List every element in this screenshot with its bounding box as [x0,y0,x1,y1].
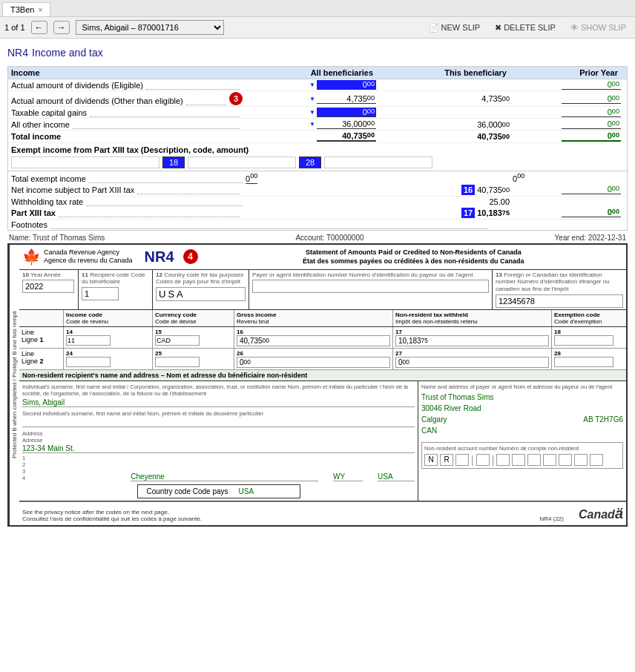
withholding-row: Withholding tax rate 25.00 [8,197,627,207]
show-slip-icon: 👁 [570,23,579,32]
new-slip-button[interactable]: 📄 NEW SLIP [424,22,485,34]
field14-input[interactable] [66,335,111,346]
country-code-value: USA [238,487,254,495]
tax-id-input[interactable] [496,294,623,308]
withholding-rate: 25.00 [379,197,513,206]
info-year-end: Year end: 2022-12-31 [555,234,626,242]
form-footer: See the privacy notice after the codes o… [19,501,626,525]
total-exempt-all: 000 [246,172,379,183]
recipient-code-input[interactable] [82,287,119,300]
total-exempt-row: Total exempt income 000 000 [8,171,627,184]
country-line-input[interactable] [378,472,415,481]
all-val[interactable]: ▼ 000 [246,80,379,90]
beneficiary-select[interactable]: Sims, Abigail – 870001716 [76,20,224,35]
nav-back-button[interactable]: ← [31,21,47,34]
show-slip-button[interactable]: 👁 SHOW SLIP [566,22,631,33]
field-payer-id: Payer or agent identification number Num… [249,270,493,309]
nav-info: 1 of 1 [4,23,25,32]
info-account: Account: T00000000 [295,234,363,242]
all-val[interactable]: ▼ 000 [246,108,379,117]
exempt-code1: 18 [162,157,185,168]
part13-this[interactable]: 17 10,18375 [379,208,513,218]
toolbar: 1 of 1 ← → Sims, Abigail – 870001716 📄 N… [0,17,635,39]
prior-val[interactable]: 000 [513,80,624,90]
footer-text-fr: Consultez l'avis de confidentialité qui … [22,515,202,522]
state-input[interactable] [333,472,363,481]
net-income-label: Net income subject to Part XIII tax [11,185,246,194]
this-val[interactable]: 36,00000 [379,120,513,129]
withholding-label: Withholding tax rate [11,197,246,206]
prior-val[interactable]: 000 [513,94,624,104]
field18-input[interactable] [554,335,613,346]
info-name: Name: Trust of Thomas Sims [9,234,105,242]
country-code-box: Country code Code pays USA [137,484,300,498]
second-individual-input[interactable] [22,418,415,427]
nr-box-2 [476,454,490,466]
table-row: Actual amount of dividends (Other than e… [8,91,627,107]
nr4-form: Protected B when completed / Protégé B u… [7,243,628,527]
prior-val[interactable]: 000 [513,119,624,129]
nr-box-1 [455,454,469,466]
field-16: 16 40,73500 [234,327,393,348]
table-row: All other income ▼ 36,00000 36,00000 000 [8,119,627,131]
all-val[interactable]: ▼ 4,73500 [246,94,379,104]
nr-box-8 [574,454,588,466]
exempt-description-input[interactable] [11,157,159,168]
year-input[interactable] [22,280,74,293]
tab-close-icon[interactable]: × [38,6,42,14]
field-14: 14 [64,327,153,348]
all-val[interactable]: ▼ 36,00000 [246,119,379,129]
prior-val[interactable]: 000 [513,108,624,117]
nav-forward-button[interactable]: → [53,21,70,34]
total-income-label: Total income [11,132,246,141]
footnotes-label: Footnotes [11,220,490,229]
row-label: Taxable capital gains [11,108,246,117]
field15-input[interactable] [155,335,200,346]
field24-input[interactable] [66,357,111,367]
field-26: 26 000 [234,349,393,369]
tab-bar: T3Ben × [0,0,635,17]
field-18: 18 [552,327,626,348]
city-input[interactable] [131,472,318,481]
field28-input[interactable] [554,357,613,367]
payer-id-input[interactable] [252,280,489,293]
field-25: 25 [153,349,234,369]
footer-form-label: NR4 (22) [540,515,564,522]
individual-name-input[interactable] [22,398,415,407]
field25-input[interactable] [155,357,200,367]
nr-separator: | [471,454,474,466]
nr-box-7 [559,454,572,466]
payer-address-display: Trust of Thomas Sims 30046 River Road Ca… [421,392,623,436]
form-header: 🍁 Canada Revenue Agency Agence du revenu… [19,245,626,270]
second-individual-label: Second individual's surname, first name … [22,410,415,417]
country-code-display[interactable]: USA [156,287,246,301]
exempt-amount1-input[interactable] [188,157,296,168]
nr-box-3 [496,454,510,466]
exempt-title: Exempt income from Part XIII tax (Descri… [11,145,624,154]
total-exempt-label: Total exempt income [11,172,246,183]
form-nr4-badge: NR4 [145,248,174,266]
tri-icon: ▼ [309,121,315,128]
tab-t3ben[interactable]: T3Ben × [2,2,50,16]
col-header-income: Income [11,68,246,77]
part13-label: Part XIII tax [11,208,246,217]
part13-row: Part XIII tax 17 10,18375 000 [8,207,627,220]
line-headers: Income code Code de revenu Currency code… [19,310,626,327]
payer-name-label: Name and address of payer or agent Nom e… [421,383,623,390]
this-val[interactable]: 4,73500 [379,94,513,103]
col-header-all: All beneficiaries [246,68,379,77]
income-table-header: Income All beneficiaries This beneficiar… [8,67,627,79]
footnotes-row: Footnotes [8,220,627,230]
cra-logo: 🍁 Canada Revenue Agency Agence du revenu… [22,248,133,266]
exempt-amount2-input[interactable] [324,157,432,168]
field-27: 27 000 [393,349,552,369]
address-line1-input[interactable] [22,444,415,453]
net-income-this[interactable]: 16 40,73500 [379,185,513,195]
nr-account-section: Non-resident account number Numéro de co… [421,442,623,469]
field-country-code: 12 Country code for tax purposes Codes d… [153,270,249,309]
form-line2: Line Ligne 2 24 25 26 000 [19,349,626,370]
tri-icon: ▼ [309,109,315,116]
field-15: 15 [153,327,234,348]
canada-wordmark: Canadä [579,505,623,522]
delete-slip-button[interactable]: ✖ DELETE SLIP [490,22,560,34]
